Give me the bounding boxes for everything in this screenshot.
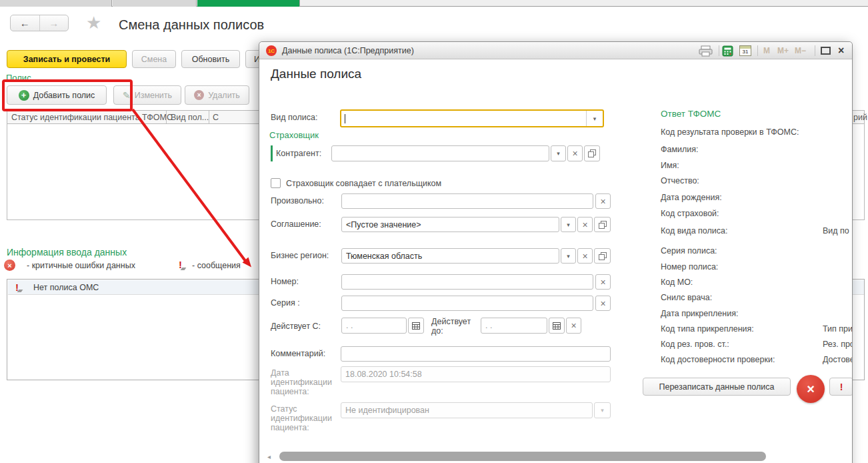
memory-recall-button[interactable]: M bbox=[763, 46, 770, 55]
response-extra: Рез. про bbox=[823, 340, 853, 349]
date-picker-icon bbox=[411, 321, 421, 330]
valid-to-value: . . bbox=[485, 321, 492, 330]
message-icon: ! bbox=[179, 259, 182, 270]
tab-2[interactable] bbox=[113, 0, 197, 7]
number-input[interactable] bbox=[341, 274, 593, 290]
edit-policy-label: Изменить bbox=[135, 91, 172, 100]
messages-button[interactable]: ! bbox=[829, 378, 853, 396]
ident-status-label-line3: пациента: bbox=[271, 423, 332, 432]
comment-input[interactable] bbox=[341, 346, 611, 362]
column-header-vid[interactable]: Вид пол... bbox=[171, 113, 209, 122]
column-header-status[interactable]: Статус идентификации пациента ТФОМС bbox=[11, 113, 173, 122]
business-region-input[interactable]: Тюменская область bbox=[341, 248, 559, 264]
calculator-icon[interactable] bbox=[722, 45, 733, 57]
agreement-dropdown-button[interactable]: ▾ bbox=[561, 217, 576, 232]
annotation-arrowhead bbox=[243, 258, 252, 268]
response-row: Код результата проверки в ТФОМС: bbox=[661, 127, 853, 137]
counterparty-dropdown-button[interactable]: ▾ bbox=[551, 145, 566, 161]
insurer-equals-payer-checkbox[interactable] bbox=[271, 178, 281, 188]
column-divider[interactable] bbox=[166, 111, 167, 123]
agreement-input[interactable]: <Пустое значение> bbox=[341, 217, 559, 232]
calendar-icon-day: 31 bbox=[740, 49, 751, 55]
back-button[interactable]: ← bbox=[11, 15, 40, 31]
screen: ← → ★ Смена данных полисов Записать и пр… bbox=[0, 0, 868, 463]
column-header-third[interactable]: С bbox=[213, 113, 219, 122]
business-region-clear-button[interactable]: × bbox=[577, 248, 593, 264]
ident-status-dropdown-button[interactable]: ▾ bbox=[594, 402, 611, 418]
refresh-label: Обновить bbox=[192, 55, 230, 64]
response-label: Код МО: bbox=[661, 278, 693, 287]
counterparty-input[interactable] bbox=[331, 145, 549, 161]
tab-bar bbox=[0, 0, 868, 7]
tab-1[interactable] bbox=[0, 0, 112, 7]
delete-policy-button[interactable]: × Удалить bbox=[185, 85, 249, 105]
valid-from-calendar-button[interactable] bbox=[408, 318, 424, 334]
response-label: Отчество: bbox=[661, 176, 699, 185]
comment-label: Комментарий: bbox=[271, 349, 325, 358]
ident-status-value: Не идентифицирован bbox=[345, 406, 429, 415]
ident-date-label: Дата идентификации пациента: bbox=[271, 368, 332, 396]
close-button[interactable]: × bbox=[838, 45, 844, 56]
column-divider[interactable] bbox=[209, 111, 209, 123]
series-clear-button[interactable]: × bbox=[595, 296, 611, 311]
open-form-icon bbox=[587, 149, 597, 158]
response-row: Отчество: bbox=[661, 176, 853, 185]
freeform-clear-button[interactable]: × bbox=[595, 193, 611, 209]
insurer-equals-payer-label: Страховщик совпадает с плательщиком bbox=[286, 179, 441, 188]
counterparty-clear-button[interactable]: × bbox=[567, 145, 583, 161]
agreement-open-button[interactable] bbox=[594, 217, 611, 232]
valid-from-label: Действует С: bbox=[271, 322, 321, 331]
counterparty-open-button[interactable] bbox=[584, 145, 600, 161]
memory-add-button[interactable]: M+ bbox=[777, 46, 789, 55]
tab-active[interactable] bbox=[197, 0, 300, 7]
save-and-post-button[interactable]: Записать и провести bbox=[7, 50, 127, 68]
refresh-button[interactable]: Обновить bbox=[181, 50, 240, 68]
calendar-icon[interactable]: 31 bbox=[739, 45, 751, 56]
1c-logo-icon: 1С bbox=[266, 45, 277, 56]
response-row: Код достоверности проверки:Достове bbox=[661, 355, 853, 364]
memory-subtract-button[interactable]: M− bbox=[795, 46, 806, 55]
add-policy-button[interactable]: + Добавить полис bbox=[7, 85, 107, 105]
response-label: Номер полиса: bbox=[661, 262, 718, 272]
change-label: Смена bbox=[141, 55, 167, 64]
favorite-star-icon[interactable]: ★ bbox=[86, 13, 101, 33]
series-input[interactable] bbox=[341, 296, 593, 311]
ident-status-label-line2: идентификации bbox=[271, 414, 332, 423]
response-row: Фамилия: bbox=[661, 145, 853, 154]
required-accent-bar bbox=[271, 145, 273, 161]
edit-policy-button[interactable]: ✎ Изменить bbox=[113, 85, 181, 105]
pencil-icon: ✎ bbox=[123, 90, 131, 101]
open-form-icon bbox=[598, 252, 607, 261]
response-row: Код рез. пров. ст.:Рез. про bbox=[661, 340, 853, 349]
dialog-titlebar[interactable]: 1С Данные полиса (1С:Предприятие) 31 bbox=[259, 42, 852, 59]
rewrite-policy-data-button[interactable]: Перезаписать данные полиса bbox=[643, 378, 791, 396]
change-button[interactable]: Смена bbox=[132, 50, 176, 68]
policy-type-input[interactable] bbox=[341, 111, 586, 126]
message-icon-tail bbox=[181, 268, 187, 270]
agreement-clear-button[interactable]: × bbox=[577, 217, 593, 232]
ident-date-input: 18.08.2020 10:54:58 bbox=[341, 366, 611, 382]
scroll-left-arrow[interactable]: ◂ bbox=[267, 453, 271, 460]
response-label: Код вида полиса: bbox=[661, 226, 727, 236]
policy-type-dropdown-button[interactable]: ▾ bbox=[586, 111, 603, 126]
dialog-title: Данные полиса (1С:Предприятие) bbox=[282, 46, 414, 55]
number-clear-button[interactable]: × bbox=[595, 274, 611, 290]
valid-to-input[interactable]: . . bbox=[481, 318, 547, 334]
valid-from-input[interactable]: . . bbox=[341, 318, 407, 334]
series-label: Серия : bbox=[271, 298, 300, 308]
business-region-dropdown-button[interactable]: ▾ bbox=[561, 248, 576, 264]
business-region-open-button[interactable] bbox=[594, 248, 611, 264]
agreement-value: <Пустое значение> bbox=[346, 220, 421, 229]
clear-icon: × bbox=[600, 299, 605, 308]
valid-to-calendar-button[interactable] bbox=[549, 318, 565, 334]
valid-to-clear-button[interactable]: × bbox=[566, 318, 581, 334]
horizontal-scrollbar-thumb[interactable] bbox=[279, 452, 766, 461]
forward-button[interactable]: → bbox=[40, 15, 69, 31]
column-header-fragment[interactable]: рий bbox=[853, 113, 867, 122]
response-row: Имя: bbox=[661, 161, 853, 170]
print-icon[interactable] bbox=[699, 45, 713, 57]
titlebar-separator bbox=[815, 45, 815, 56]
freeform-input[interactable] bbox=[341, 193, 593, 209]
maximize-button[interactable] bbox=[821, 47, 831, 55]
chevron-down-icon: ▾ bbox=[567, 221, 570, 228]
